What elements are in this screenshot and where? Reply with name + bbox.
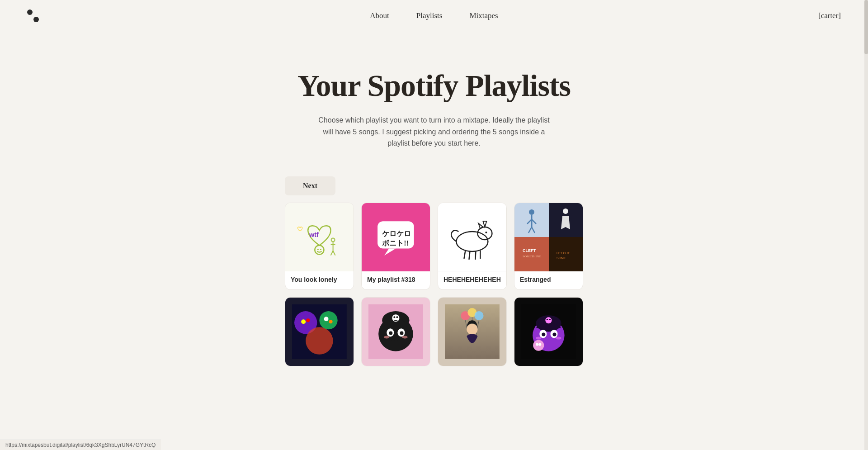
nav-user[interactable]: [carter] [818, 11, 841, 20]
nav-mixtapes[interactable]: Mixtapes [469, 11, 498, 20]
svg-text:CLEFT: CLEFT [523, 248, 536, 253]
cover-colorful [285, 298, 354, 366]
navbar: About Playlists Mixtapes [carter] [0, 0, 868, 32]
svg-point-36 [306, 327, 333, 354]
logo[interactable] [27, 9, 39, 22]
cover-318: ケロケロ ボニト!! [362, 203, 430, 271]
svg-line-8 [333, 251, 335, 255]
svg-point-0 [315, 245, 324, 254]
svg-text:SOMETHING: SOMETHING [523, 255, 541, 258]
svg-point-35 [319, 311, 337, 329]
nav-about[interactable]: About [370, 11, 389, 20]
scrollbar-track[interactable] [864, 0, 868, 450]
content-area: Next wtf [276, 176, 592, 393]
playlist-label-318: My playlist #318 [362, 271, 430, 289]
page-title: Your Spotify Playlists [9, 68, 859, 104]
next-button[interactable]: Next [285, 176, 335, 195]
svg-point-67 [549, 319, 551, 320]
svg-text:wtf: wtf [309, 231, 319, 238]
playlist-card-you-look-lonely[interactable]: wtf You look lonely [285, 203, 354, 290]
svg-text:ケロケロ: ケロケロ [382, 230, 411, 237]
playlist-card-318[interactable]: ケロケロ ボニト!! My playlist #318 [361, 203, 430, 290]
svg-point-39 [324, 317, 329, 321]
svg-text:SOME: SOME [557, 256, 566, 260]
playlist-card-heheheheh[interactable]: HEHEHEHEHEHEH [438, 203, 507, 290]
svg-point-52 [402, 336, 408, 338]
svg-point-22 [529, 209, 534, 215]
playlist-card-kuromi1[interactable] [361, 297, 430, 366]
playlist-card-anime1[interactable] [438, 297, 507, 366]
svg-marker-10 [384, 248, 396, 255]
svg-marker-16 [478, 223, 483, 229]
playlist-label-estranged: Estranged [514, 271, 583, 289]
svg-point-2 [320, 249, 321, 250]
cover-you-look-lonely: wtf [285, 203, 354, 271]
playlist-grid-row1: wtf You look lonely [285, 203, 583, 290]
playlist-grid-row2 [285, 297, 583, 366]
svg-marker-15 [483, 221, 486, 227]
svg-point-75 [536, 343, 538, 346]
svg-point-74 [533, 340, 544, 351]
playlist-label-you-look-lonely: You look lonely [285, 271, 354, 289]
svg-point-46 [396, 316, 398, 318]
svg-point-57 [475, 311, 484, 320]
svg-line-7 [331, 251, 333, 255]
svg-point-37 [301, 319, 306, 324]
logo-dot-top [27, 9, 33, 15]
svg-point-51 [384, 336, 389, 338]
hero-section: Your Spotify Playlists Choose which play… [0, 32, 868, 176]
svg-point-50 [400, 331, 404, 335]
svg-point-28 [563, 208, 568, 214]
svg-point-76 [538, 343, 541, 346]
playlist-label-heheheheh: HEHEHEHEHEHEH [438, 271, 506, 289]
nav-playlists[interactable]: Playlists [416, 11, 443, 20]
svg-point-66 [547, 319, 548, 320]
svg-line-20 [475, 251, 476, 260]
svg-line-19 [469, 251, 470, 260]
svg-point-72 [536, 336, 541, 339]
cover-kuromi2 [514, 298, 583, 366]
nav-center: About Playlists Mixtapes [370, 11, 498, 20]
svg-point-73 [556, 336, 561, 339]
svg-point-45 [393, 316, 395, 318]
svg-point-14 [477, 227, 492, 240]
svg-point-17 [485, 232, 487, 233]
cover-estranged: CLEFT SOMETHING LET CUT SOME [514, 203, 583, 271]
svg-point-40 [329, 320, 333, 323]
cover-kuromi1 [362, 298, 430, 366]
svg-point-61 [467, 324, 477, 335]
cover-heheheheh [438, 203, 506, 271]
svg-point-38 [306, 318, 310, 322]
svg-point-1 [317, 249, 319, 250]
playlist-card-estranged[interactable]: CLEFT SOMETHING LET CUT SOME Estranged [514, 203, 583, 290]
svg-line-26 [528, 227, 532, 233]
svg-point-70 [542, 332, 545, 336]
svg-line-18 [464, 251, 465, 259]
logo-dot-bottom [33, 17, 39, 22]
svg-point-71 [553, 332, 557, 336]
svg-point-5 [331, 238, 335, 242]
svg-line-27 [532, 227, 535, 233]
pagination-row: Next [285, 176, 583, 195]
playlist-card-kuromi2[interactable] [514, 297, 583, 366]
playlist-card-colorful[interactable] [285, 297, 354, 366]
cover-anime1 [438, 298, 506, 366]
svg-text:LET CUT: LET CUT [557, 251, 570, 255]
svg-text:ボニト!!: ボニト!! [382, 239, 409, 246]
svg-point-13 [456, 232, 488, 251]
url-bar: https://mixtapesbut.digital/playlist/6qk… [0, 440, 161, 450]
hero-description: Choose which playlist you want to turn i… [316, 114, 552, 149]
svg-point-65 [545, 317, 552, 323]
svg-point-49 [389, 331, 392, 335]
